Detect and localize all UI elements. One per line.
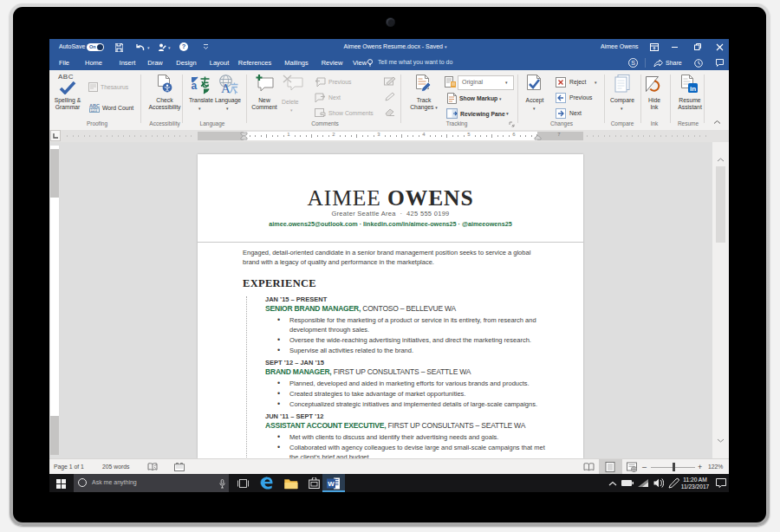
svg-text:A: A bbox=[221, 81, 231, 94]
svg-text:W: W bbox=[328, 480, 335, 488]
svg-text:S: S bbox=[631, 60, 635, 66]
svg-text:ABC: ABC bbox=[89, 103, 100, 108]
svg-text:in: in bbox=[690, 85, 696, 93]
svg-text:a: a bbox=[192, 80, 198, 92]
svg-text:123: 123 bbox=[91, 108, 98, 113]
